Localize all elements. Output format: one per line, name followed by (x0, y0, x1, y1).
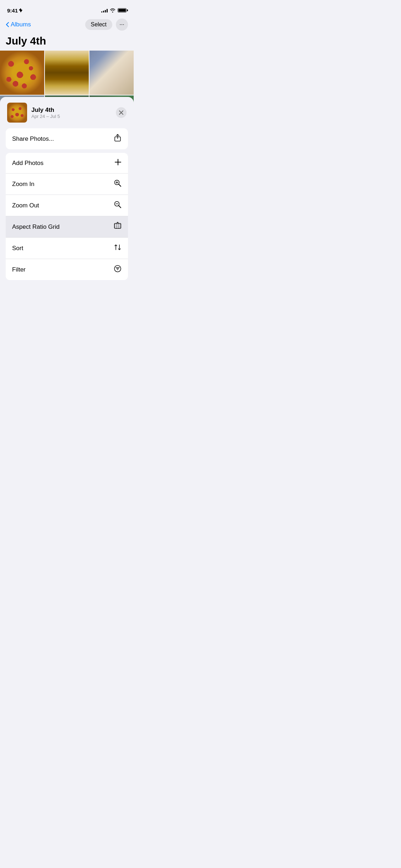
album-thumbnail (7, 103, 27, 123)
wifi-icon (110, 8, 115, 12)
close-icon (119, 110, 123, 115)
zoom-out-icon (114, 201, 122, 210)
status-icons (101, 8, 127, 12)
more-button[interactable]: ··· (116, 19, 128, 31)
back-button[interactable]: Albums (6, 21, 31, 28)
signal-icon (101, 8, 108, 12)
sort-label: Sort (12, 245, 23, 252)
status-time: 9:41 (7, 7, 22, 14)
sort-icon (114, 243, 122, 253)
menu-group-share: Share Photos... (6, 128, 128, 149)
context-header: July 4th Apr 24 – Jul 5 (6, 103, 128, 123)
album-date-range: Apr 24 – Jul 5 (31, 114, 60, 119)
menu-item-zoom-in[interactable]: Zoom In (6, 174, 128, 195)
nav-actions: Select ··· (85, 19, 128, 31)
back-label: Albums (11, 21, 31, 28)
zoom-in-label: Zoom In (12, 181, 34, 188)
add-photos-label: Add Photos (12, 160, 43, 167)
aspect-ratio-grid-label: Aspect Ratio Grid (12, 223, 60, 231)
menu-group-main: Add Photos Zoom In Zoom Out (6, 153, 128, 280)
zoom-out-label: Zoom Out (12, 202, 39, 209)
menu-item-aspect-ratio-grid[interactable]: Aspect Ratio Grid (6, 216, 128, 238)
location-icon (19, 8, 22, 12)
filter-icon (114, 265, 122, 274)
select-button[interactable]: Select (85, 19, 112, 30)
share-icon (114, 134, 122, 144)
menu-item-filter[interactable]: Filter (6, 259, 128, 280)
svg-rect-3 (114, 223, 121, 228)
nav-bar: Albums Select ··· (0, 16, 134, 33)
menu-item-add-photos[interactable]: Add Photos (6, 153, 128, 174)
photo-cell-dog[interactable] (89, 51, 134, 95)
filter-label: Filter (12, 266, 26, 273)
back-chevron-icon (6, 22, 9, 27)
context-close-button[interactable] (116, 107, 127, 118)
page-title: July 4th (0, 33, 134, 51)
menu-item-zoom-out[interactable]: Zoom Out (6, 195, 128, 216)
context-album-info: July 4th Apr 24 – Jul 5 (7, 103, 60, 123)
context-card: July 4th Apr 24 – Jul 5 Share Photos... … (0, 97, 134, 289)
album-title: July 4th (31, 107, 60, 114)
status-bar: 9:41 (0, 0, 134, 16)
album-text-info: July 4th Apr 24 – Jul 5 (31, 107, 60, 119)
aspect-ratio-grid-icon (114, 222, 122, 232)
plus-icon (114, 159, 122, 167)
zoom-in-icon (114, 179, 122, 189)
photo-cell-sandwich[interactable] (45, 51, 89, 95)
share-photos-label: Share Photos... (12, 135, 54, 143)
menu-item-share-photos[interactable]: Share Photos... (6, 128, 128, 149)
menu-item-sort[interactable]: Sort (6, 238, 128, 259)
time-display: 9:41 (7, 7, 18, 14)
battery-icon (118, 8, 127, 12)
photo-cell-pizza[interactable] (0, 51, 44, 95)
